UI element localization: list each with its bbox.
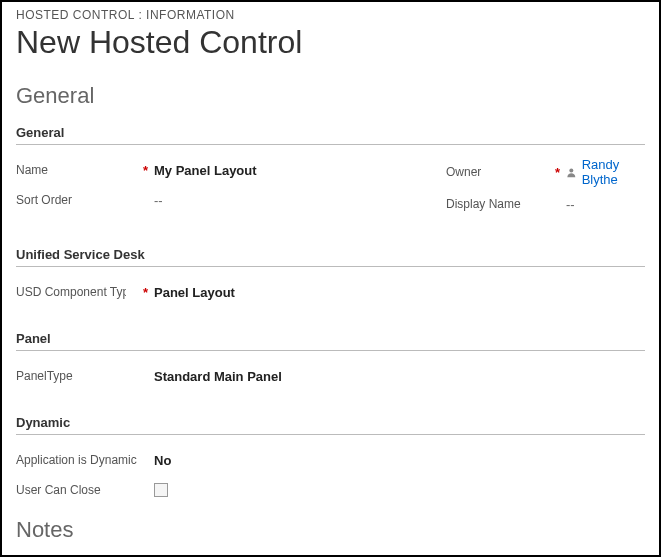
usd-component-value[interactable]: Panel Layout [154,285,645,300]
display-name-field-row[interactable]: Display Name -- [446,191,645,217]
notes-section-title: Notes [16,517,645,543]
required-mark: * [143,163,148,178]
app-dynamic-row[interactable]: Application is Dynamic No [16,447,645,473]
required-mark: * [143,285,148,300]
breadcrumb: HOSTED CONTROL : INFORMATION [16,8,645,22]
panel-type-label: PanelType [16,369,73,383]
panel-subsection-title: Panel [16,331,645,351]
usd-subsection-title: Unified Service Desk [16,247,645,267]
general-section-title: General [16,83,645,109]
general-subsection-title: General [16,125,645,145]
person-icon [566,166,577,179]
dynamic-subsection-title: Dynamic [16,415,645,435]
user-can-close-checkbox[interactable] [154,483,168,497]
display-name-value[interactable]: -- [566,197,645,212]
name-field-row[interactable]: Name * My Panel Layout [16,157,426,183]
app-dynamic-value[interactable]: No [154,453,645,468]
owner-label: Owner [446,165,481,179]
owner-field-row[interactable]: Owner * Randy Blythe [446,157,645,187]
panel-type-value[interactable]: Standard Main Panel [154,369,645,384]
panel-type-row[interactable]: PanelType Standard Main Panel [16,363,645,389]
app-dynamic-label: Application is Dynamic [16,453,137,467]
user-can-close-label: User Can Close [16,483,101,497]
display-name-label: Display Name [446,197,521,211]
sort-order-label: Sort Order [16,193,72,207]
page-title: New Hosted Control [16,24,645,61]
sort-order-value[interactable]: -- [154,193,426,208]
name-value[interactable]: My Panel Layout [154,163,426,178]
name-label: Name [16,163,48,177]
svg-point-0 [569,168,573,172]
owner-link[interactable]: Randy Blythe [582,157,645,187]
usd-component-label: USD Component Type [16,285,126,299]
required-mark: * [555,165,560,180]
usd-component-row[interactable]: USD Component Type * Panel Layout [16,279,645,305]
sort-order-field-row[interactable]: Sort Order -- [16,187,426,213]
user-can-close-row[interactable]: User Can Close [16,477,645,503]
